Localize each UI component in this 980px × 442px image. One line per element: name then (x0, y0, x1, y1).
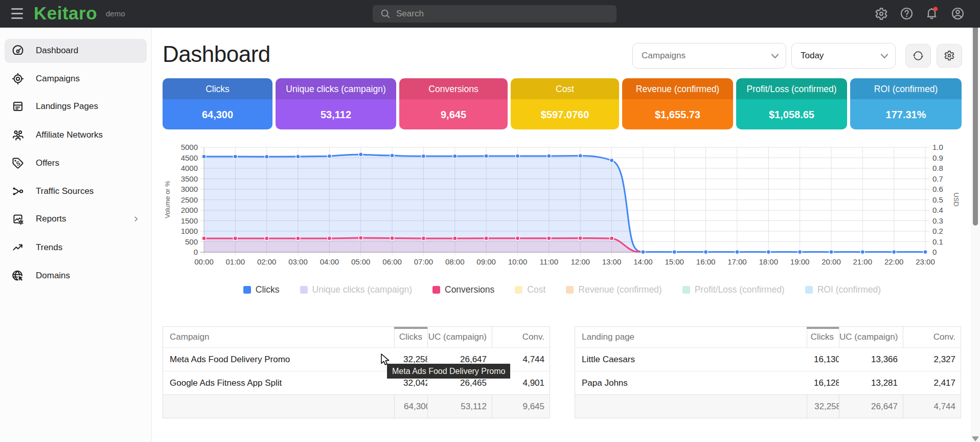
svg-text:1000: 1000 (181, 227, 198, 235)
svg-text:15:00: 15:00 (665, 257, 684, 266)
svg-text:17:00: 17:00 (727, 257, 747, 266)
svg-text:2500: 2500 (181, 195, 198, 204)
svg-text:0.4: 0.4 (932, 206, 943, 214)
svg-text:07:00: 07:00 (414, 257, 434, 266)
svg-text:Volume or %: Volume or % (164, 181, 171, 218)
svg-text:06:00: 06:00 (382, 257, 402, 266)
svg-text:04:00: 04:00 (320, 257, 339, 266)
svg-text:18:00: 18:00 (759, 257, 779, 266)
svg-text:0: 0 (194, 248, 198, 256)
svg-text:0.5: 0.5 (932, 195, 943, 204)
svg-text:05:00: 05:00 (351, 257, 371, 266)
svg-text:01:00: 01:00 (226, 257, 245, 266)
svg-text:19:00: 19:00 (790, 257, 810, 266)
svg-text:500: 500 (185, 237, 198, 246)
svg-text:0.8: 0.8 (932, 164, 943, 172)
svg-text:10:00: 10:00 (508, 257, 528, 266)
svg-text:1500: 1500 (181, 216, 198, 225)
svg-text:21:00: 21:00 (853, 257, 873, 266)
svg-text:4000: 4000 (181, 164, 198, 172)
svg-text:09:00: 09:00 (476, 257, 496, 266)
svg-text:03:00: 03:00 (288, 257, 308, 266)
svg-text:0.6: 0.6 (932, 185, 943, 193)
svg-text:4500: 4500 (181, 153, 198, 162)
svg-text:14:00: 14:00 (633, 257, 653, 266)
svg-text:1.0: 1.0 (932, 143, 943, 151)
svg-text:2000: 2000 (181, 206, 198, 214)
svg-text:12:00: 12:00 (571, 257, 590, 266)
svg-text:USD: USD (952, 192, 960, 206)
svg-text:16:00: 16:00 (696, 257, 716, 266)
svg-text:02:00: 02:00 (257, 257, 277, 266)
svg-text:5000: 5000 (181, 143, 198, 151)
svg-text:00:00: 00:00 (194, 257, 214, 266)
svg-text:3000: 3000 (181, 185, 198, 193)
svg-text:3500: 3500 (181, 174, 198, 183)
svg-text:0.1: 0.1 (932, 237, 943, 246)
svg-text:0.9: 0.9 (932, 153, 943, 162)
svg-text:0.3: 0.3 (932, 216, 943, 225)
svg-text:20:00: 20:00 (822, 257, 841, 266)
svg-text:08:00: 08:00 (445, 257, 465, 266)
svg-text:22:00: 22:00 (884, 257, 904, 266)
svg-text:0.7: 0.7 (932, 174, 943, 183)
svg-text:0: 0 (932, 248, 937, 256)
svg-text:0.2: 0.2 (932, 227, 943, 235)
svg-text:13:00: 13:00 (602, 257, 622, 266)
svg-text:23:00: 23:00 (916, 257, 935, 266)
svg-text:11:00: 11:00 (540, 257, 558, 266)
